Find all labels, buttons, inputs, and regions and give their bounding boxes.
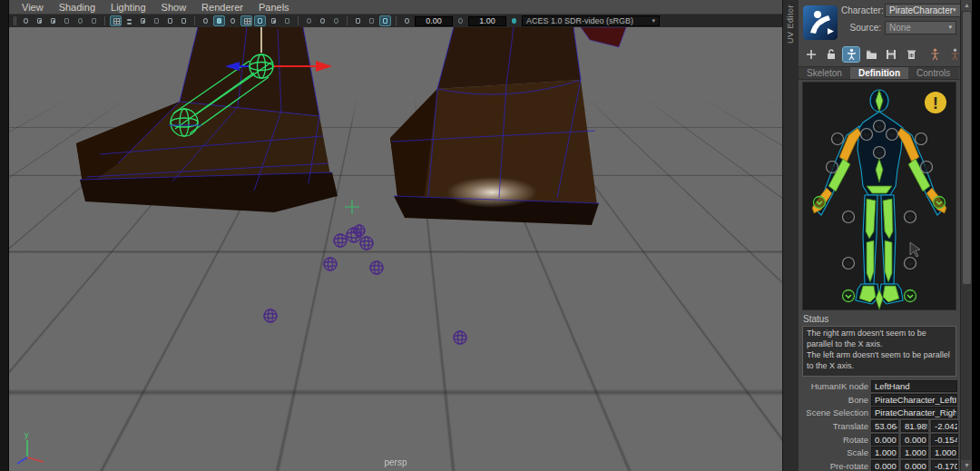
gamma-input[interactable] <box>468 16 506 26</box>
lights-icon[interactable] <box>268 15 279 26</box>
viewport-panel: View Shading Lighting Show Renderer Pane… <box>9 0 782 471</box>
joint-sphere <box>370 261 383 274</box>
humanik-node-field[interactable]: LeftHand <box>871 380 957 392</box>
xray-icon[interactable] <box>366 15 377 26</box>
character-select[interactable]: PirateCharacter ▾ <box>885 4 960 17</box>
source-value: None <box>889 23 911 33</box>
property-row: Pre-rotate 0.000 0.000 -0.170 <box>799 460 960 471</box>
rotate-x-field[interactable]: 0.000 <box>871 434 898 446</box>
tab-controls[interactable]: Controls <box>908 67 958 79</box>
left-boot-mesh[interactable] <box>76 27 338 212</box>
status-box: The right arm doesn't seem to be paralle… <box>802 326 956 377</box>
tab-uv-editor[interactable]: UV Editor <box>786 5 795 44</box>
screen-space-ao-icon[interactable] <box>303 15 315 26</box>
right-boot-mesh[interactable] <box>390 27 626 225</box>
translate-x-field[interactable]: 53.064 <box>871 420 898 432</box>
safe-action-icon[interactable] <box>178 15 190 26</box>
character-value: PirateCharacter <box>889 5 953 15</box>
humanik-character-controls-panel: Character: PirateCharacter ▾ Source: Non… <box>799 0 960 471</box>
menu-lighting[interactable]: Lighting <box>111 2 146 13</box>
status-title: Status <box>799 310 960 325</box>
rotate-y-field[interactable]: 0.000 <box>901 434 928 446</box>
control-rig-button[interactable] <box>946 47 960 62</box>
image-plane-icon[interactable] <box>74 15 86 26</box>
pre-rotate-z-field[interactable]: -0.170 <box>931 460 958 471</box>
select-camera-icon[interactable] <box>20 15 32 26</box>
wireframe-on-shaded-icon[interactable] <box>240 15 252 26</box>
isolate-select-icon[interactable] <box>352 15 364 26</box>
menu-show[interactable]: Show <box>162 2 187 13</box>
skeleton-joints[interactable] <box>264 225 466 344</box>
panel-menubar: View Shading Lighting Show Renderer Pane… <box>9 0 782 15</box>
menu-renderer[interactable]: Renderer <box>201 2 243 13</box>
pre-rotate-x-field[interactable]: 0.000 <box>871 460 898 471</box>
2d-pan-zoom-icon[interactable] <box>88 15 100 26</box>
gate-mask-icon[interactable] <box>151 15 162 26</box>
menu-shading[interactable]: Shading <box>59 2 95 13</box>
translate-y-field[interactable]: 81.985 <box>901 420 928 432</box>
mapped-slot-buttons[interactable] <box>814 197 946 302</box>
resolution-gate-icon[interactable] <box>137 15 149 26</box>
panel-scrollbar[interactable]: ▲ ▼ <box>960 0 972 471</box>
joint-sphere <box>454 331 466 344</box>
delete-character-button[interactable] <box>903 47 919 62</box>
warning-glyph: ! <box>933 93 938 113</box>
edit-definition-button[interactable] <box>843 47 859 62</box>
exposure-icon[interactable] <box>401 15 413 26</box>
scrollbar-thumb[interactable] <box>963 12 971 284</box>
gamma-icon[interactable] <box>455 15 466 26</box>
bone-field[interactable]: PirateCharacter_LeftHand <box>871 394 957 406</box>
perspective-viewport[interactable]: y persp <box>9 27 782 471</box>
humanik-header: Character: PirateCharacter ▾ Source: Non… <box>799 3 960 43</box>
create-character-button[interactable] <box>803 47 819 62</box>
load-skeleton-definition-button[interactable] <box>863 47 879 62</box>
film-gate-icon[interactable] <box>123 15 135 26</box>
window-right-edge <box>972 0 980 471</box>
tab-skeleton[interactable]: Skeleton <box>799 67 850 79</box>
mouse-cursor <box>910 242 920 257</box>
shadows-icon[interactable] <box>281 15 293 26</box>
scene-selection-field[interactable]: PirateCharacter_RightFoot <box>871 407 957 418</box>
wireframe-icon[interactable] <box>200 15 211 26</box>
camera-name-label: persp <box>9 457 782 467</box>
chevron-down-icon: ▾ <box>652 17 655 25</box>
property-row: Rotate 0.000 0.000 -0.154 <box>799 433 960 446</box>
default-material-icon[interactable] <box>254 15 266 26</box>
view-transform-select[interactable]: ACES 1.0 SDR-video (sRGB) ▾ <box>522 15 660 26</box>
xray-joints-icon[interactable] <box>379 15 391 26</box>
character-definition-viewer[interactable]: ! <box>802 82 956 310</box>
property-row: Scene Selection PirateCharacter_RightFoo… <box>799 407 960 419</box>
field-chart-icon[interactable] <box>164 15 176 26</box>
bookmark-icon[interactable] <box>61 15 73 26</box>
menu-panels[interactable]: Panels <box>259 2 289 13</box>
property-row: HumanIK node LeftHand <box>799 380 960 393</box>
skeleton-generator-button[interactable] <box>926 47 943 62</box>
scale-y-field[interactable]: 1.000 <box>901 446 928 458</box>
lock-camera-icon[interactable] <box>34 15 45 26</box>
motion-blur-icon[interactable] <box>317 15 328 26</box>
depth-of-field-icon[interactable] <box>330 15 342 26</box>
scale-x-field[interactable]: 1.000 <box>871 446 898 458</box>
save-skeleton-definition-button[interactable] <box>883 47 899 62</box>
translate-z-field[interactable]: -2.042 <box>931 420 958 432</box>
lock-definition-button[interactable] <box>823 47 839 62</box>
rotate-z-field[interactable]: -0.154 <box>931 434 958 446</box>
warning-badge[interactable]: ! <box>925 92 946 113</box>
exposure-input[interactable] <box>415 16 453 26</box>
grid-icon[interactable] <box>110 15 122 26</box>
pre-rotate-y-field[interactable]: 0.000 <box>901 460 928 471</box>
color-management-icon[interactable] <box>508 15 520 26</box>
background-geometry <box>581 27 626 47</box>
shaded-display-icon[interactable] <box>213 15 225 26</box>
camera-attributes-icon[interactable] <box>47 15 59 26</box>
menu-view[interactable]: View <box>22 2 44 13</box>
node-properties: HumanIK node LeftHand Bone PirateCharact… <box>799 380 960 471</box>
textured-icon[interactable] <box>227 15 239 26</box>
window-left-edge <box>0 0 9 471</box>
status-line: The left arm doesn't seem to be parallel… <box>807 350 952 372</box>
source-select[interactable]: None ▾ <box>885 21 956 34</box>
axis-y-label: y <box>24 430 29 439</box>
origin-cross <box>345 200 359 214</box>
tab-definition[interactable]: Definition <box>850 67 908 79</box>
scale-z-field[interactable]: 1.000 <box>931 446 958 458</box>
